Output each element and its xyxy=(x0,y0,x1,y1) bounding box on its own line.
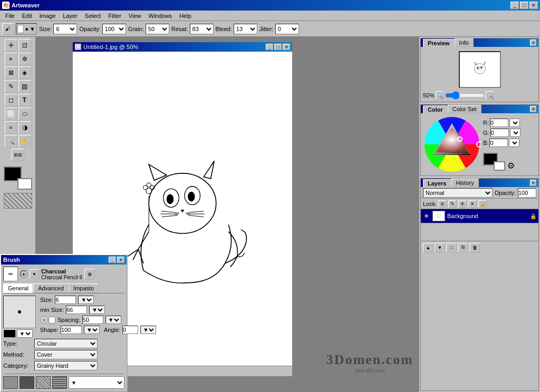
b-select[interactable]: ▼ xyxy=(509,139,519,147)
brush-dot-selector[interactable]: ● xyxy=(20,270,27,278)
lock-position-icon[interactable]: ✛ xyxy=(458,200,467,208)
zoom-out-button[interactable]: 🔍 xyxy=(436,91,444,100)
spacing-checkbox[interactable] xyxy=(49,317,55,324)
layers-tab[interactable]: Layers xyxy=(423,179,451,187)
layer-duplicate-button[interactable]: ⧉ xyxy=(458,243,468,252)
preview-panel-close[interactable]: ✕ xyxy=(530,40,536,46)
history-tab[interactable]: History xyxy=(451,179,478,187)
lock-all-icon[interactable]: ✕ xyxy=(468,200,477,208)
color-options-icon[interactable]: ⚙ xyxy=(507,161,515,171)
brush-close-button[interactable]: ✕ xyxy=(117,257,124,263)
grain-select[interactable]: 50 xyxy=(146,24,169,34)
r-input[interactable] xyxy=(490,119,508,127)
angle-unit-select[interactable]: ▼ xyxy=(140,326,156,334)
advanced-tab[interactable]: Advanced xyxy=(33,283,69,293)
close-button[interactable]: ✕ xyxy=(529,2,538,9)
layers-panel-close[interactable]: ✕ xyxy=(530,180,536,186)
menu-select[interactable]: Select xyxy=(82,12,104,19)
pattern-swatch[interactable] xyxy=(4,193,32,209)
layer-visibility-icon[interactable]: 👁 xyxy=(423,212,430,220)
zoom-slider[interactable] xyxy=(445,92,485,99)
magic-wand-tool[interactable]: ✲ xyxy=(18,53,31,65)
category-select[interactable]: Grainy Hard xyxy=(34,361,98,370)
brush-options-button[interactable]: ⊕ xyxy=(84,269,95,279)
eyedropper-tool[interactable]: ◈ xyxy=(18,66,31,79)
lock-paint-icon[interactable]: ✎ xyxy=(448,200,457,208)
move-tool[interactable]: ✛ xyxy=(5,39,17,52)
color-set-tab[interactable]: Color Set xyxy=(448,105,481,113)
color-wheel-container[interactable] xyxy=(423,115,481,173)
opacity-input[interactable] xyxy=(518,188,536,198)
menu-layer[interactable]: Layer xyxy=(60,12,81,19)
resat-select[interactable]: 83 xyxy=(190,24,214,34)
pencil-tool[interactable]: ✎ xyxy=(5,80,17,93)
color-wheel-svg[interactable] xyxy=(423,115,481,173)
preview-tab[interactable]: Preview xyxy=(423,39,455,47)
maximize-button[interactable]: □ xyxy=(520,2,528,9)
brush-dropdown-icon[interactable]: ▼ xyxy=(30,26,35,32)
crop-tool[interactable]: ⊠ xyxy=(5,66,17,79)
size-input[interactable] xyxy=(55,296,76,304)
pattern-1[interactable] xyxy=(3,376,18,389)
ellipse-shape-tool[interactable]: ⬭ xyxy=(18,107,31,120)
pattern-2[interactable] xyxy=(20,376,34,389)
brush-type-preview[interactable]: ✏ xyxy=(3,267,18,281)
dodge-tool[interactable]: ◑ xyxy=(18,121,31,134)
pattern-4[interactable] xyxy=(52,376,67,389)
pattern-3[interactable] xyxy=(36,376,51,389)
info-tab[interactable]: Info xyxy=(455,38,474,47)
brush-dropdown-button[interactable]: ▼ xyxy=(30,269,39,279)
brush-shape-button[interactable] xyxy=(3,329,16,338)
jitter-select[interactable]: 0 xyxy=(275,24,299,34)
min-size-input[interactable] xyxy=(66,306,87,314)
eraser-tool[interactable]: ◻ xyxy=(5,94,17,106)
color-panel-close[interactable]: ✕ xyxy=(530,106,536,112)
shape-input[interactable] xyxy=(61,326,82,334)
spacing-unit-select[interactable]: ▼ xyxy=(105,316,121,324)
lasso-tool[interactable]: ⌖ xyxy=(5,53,17,65)
lock-extra-icon[interactable]: 🔒 xyxy=(478,200,487,208)
shape-unit-select[interactable]: ▼ xyxy=(84,326,100,334)
menu-help[interactable]: Help xyxy=(176,12,195,19)
zoom-tool[interactable]: 🔍 xyxy=(5,135,17,148)
general-tab[interactable]: General xyxy=(3,283,33,293)
canvas-maximize-button[interactable]: □ xyxy=(274,44,282,50)
b-input[interactable] xyxy=(489,139,508,147)
background-color[interactable] xyxy=(17,178,32,190)
bg-swatch[interactable] xyxy=(494,161,505,171)
color-tab[interactable]: Color xyxy=(423,105,448,113)
layer-move-up-button[interactable]: ▲ xyxy=(423,243,433,252)
angle-input[interactable] xyxy=(122,326,138,334)
type-select[interactable]: Circular xyxy=(34,339,98,348)
opacity-select[interactable]: 100 xyxy=(102,24,126,34)
spacing-input[interactable] xyxy=(82,316,103,324)
layer-move-down-button[interactable]: ▼ xyxy=(435,243,445,252)
bleed-select[interactable]: 13 xyxy=(234,24,257,34)
g-input[interactable] xyxy=(490,129,509,137)
clock-icon[interactable]: ⊙ xyxy=(40,316,47,324)
canvas-minimize-button[interactable]: _ xyxy=(266,44,273,50)
menu-view[interactable]: View xyxy=(126,12,144,19)
brush-minimize-button[interactable]: _ xyxy=(109,257,116,263)
smear-tool[interactable]: ≈ xyxy=(5,121,17,134)
canvas-close-button[interactable]: ✕ xyxy=(283,44,290,50)
brush-tool-button[interactable]: 🖌 xyxy=(2,23,14,35)
hand-tool[interactable]: ✋ xyxy=(18,135,31,148)
menu-filter[interactable]: Filter xyxy=(105,12,124,19)
impasto-tab[interactable]: Impasto xyxy=(69,283,99,293)
layer-item-background[interactable]: 👁 Background 🔒 xyxy=(421,209,538,223)
pattern-select[interactable]: ▼ xyxy=(69,376,124,389)
select-rect-tool[interactable]: ⊡ xyxy=(18,39,31,52)
brush-shape-select[interactable]: ▼ xyxy=(17,329,33,338)
lock-transparency-icon[interactable]: ⊘ xyxy=(438,200,447,208)
grid-tool[interactable]: ⊞⊞ xyxy=(12,149,24,161)
g-select[interactable]: ▼ xyxy=(510,129,520,137)
blend-mode-select[interactable]: Normal xyxy=(423,188,493,198)
layer-delete-button[interactable]: 🗑 xyxy=(469,243,480,252)
rect-shape-tool[interactable]: ⬜ xyxy=(5,107,17,120)
size-select[interactable]: 6 xyxy=(53,24,77,34)
text-tool[interactable]: T xyxy=(18,94,31,106)
menu-file[interactable]: File xyxy=(2,12,18,19)
size-unit-select[interactable]: ▼ xyxy=(78,296,94,304)
menu-image[interactable]: Image xyxy=(36,12,59,19)
